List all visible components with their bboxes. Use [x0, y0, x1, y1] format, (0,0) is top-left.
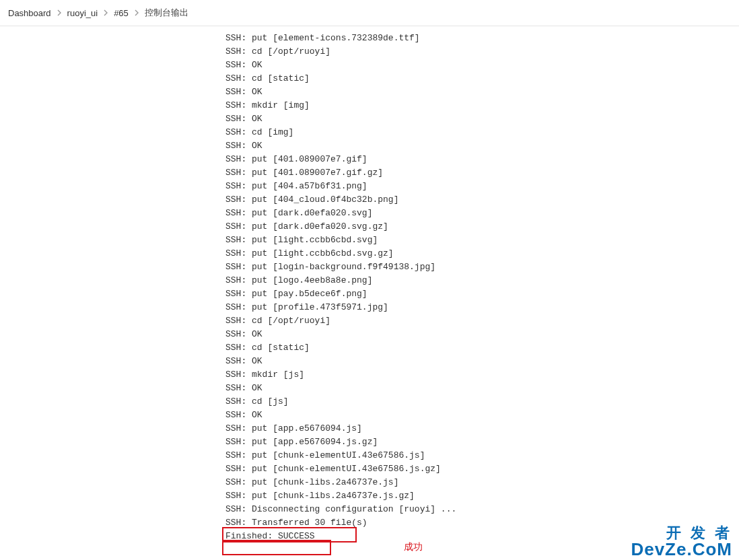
watermark-line2: DevZe.CoM — [631, 540, 732, 559]
console-line: SSH: put [profile.473f5971.jpg] — [225, 301, 739, 314]
console-line: SSH: put [chunk-libs.2a46737e.js] — [225, 476, 739, 489]
console-line: SSH: put [404_cloud.0f4bc32b.png] — [225, 193, 739, 207]
console-output: SSH: put [element-icons.732389de.ttf]SSH… — [225, 26, 739, 559]
console-line: SSH: put [app.e5676094.js] — [225, 422, 739, 435]
console-line: SSH: mkdir [img] — [225, 99, 739, 112]
chevron-right-icon — [103, 9, 108, 16]
console-line: SSH: OK — [225, 382, 739, 395]
breadcrumb-current: 控制台输出 — [145, 7, 188, 19]
console-line: SSH: put [chunk-elementUI.43e67586.js] — [225, 449, 739, 462]
console-line: SSH: put [element-icons.732389de.ttf] — [225, 32, 739, 45]
console-line: SSH: OK — [225, 85, 739, 99]
console-line: SSH: OK — [225, 139, 739, 153]
console-line: SSH: OK — [225, 355, 739, 368]
console-line: SSH: put [light.ccbb6cbd.svg] — [225, 234, 739, 247]
console-line: SSH: put [app.e5676094.js.gz] — [225, 435, 739, 449]
console-line: SSH: OK — [225, 328, 739, 341]
console-line: SSH: put [dark.d0efa020.svg] — [225, 207, 739, 220]
console-line: SSH: mkdir [js] — [225, 368, 739, 382]
console-line: SSH: put [logo.4eeb8a8e.png] — [225, 274, 739, 287]
console-line: SSH: cd [img] — [225, 126, 739, 139]
chevron-right-icon — [134, 9, 139, 16]
watermark-line1: 开发者 — [631, 525, 739, 540]
console-line: SSH: put [dark.d0efa020.svg.gz] — [225, 220, 739, 234]
console-line: SSH: put [pay.b5dece6f.png] — [225, 287, 739, 301]
console-line: SSH: put [login-background.f9f49138.jpg] — [225, 260, 739, 274]
watermark: 开发者 DevZe.CoM — [631, 525, 732, 559]
console-line: SSH: cd [static] — [225, 72, 739, 85]
console-line: SSH: cd [js] — [225, 395, 739, 409]
console-line: SSH: cd [static] — [225, 341, 739, 355]
breadcrumb: Dashboard ruoyi_ui #65 控制台输出 — [0, 0, 739, 26]
content-area: SSH: put [element-icons.732389de.ttf]SSH… — [0, 26, 739, 559]
chevron-right-icon — [57, 9, 62, 16]
console-line: SSH: Disconnecting configuration [ruoyi]… — [225, 503, 739, 516]
console-line: SSH: put [401.089007e7.gif.gz] — [225, 166, 739, 180]
console-line: SSH: put [chunk-elementUI.43e67586.js.gz… — [225, 462, 739, 476]
console-line: SSH: put [401.089007e7.gif] — [225, 153, 739, 166]
console-line: SSH: OK — [225, 112, 739, 126]
left-gutter — [0, 26, 225, 559]
breadcrumb-project[interactable]: ruoyi_ui — [67, 8, 98, 18]
console-line: SSH: cd [/opt/ruoyi] — [225, 314, 739, 328]
console-line: SSH: put [chunk-libs.2a46737e.js.gz] — [225, 489, 739, 503]
console-line: SSH: OK — [225, 59, 739, 72]
console-line: SSH: OK — [225, 409, 739, 422]
breadcrumb-build-number[interactable]: #65 — [114, 8, 129, 18]
breadcrumb-dashboard[interactable]: Dashboard — [8, 8, 51, 18]
console-line: SSH: cd [/opt/ruoyi] — [225, 45, 739, 59]
console-line: SSH: put [light.ccbb6cbd.svg.gz] — [225, 247, 739, 260]
console-line: SSH: put [404.a57b6f31.png] — [225, 180, 739, 193]
annotation-success: 成功 — [404, 541, 423, 553]
